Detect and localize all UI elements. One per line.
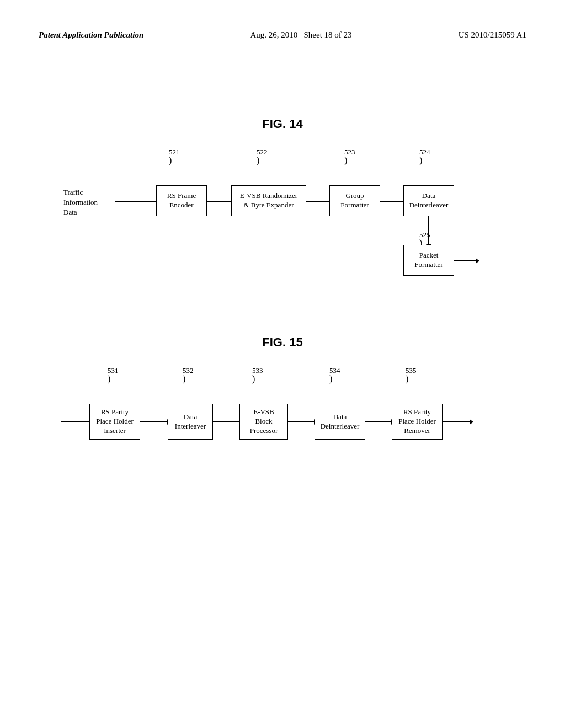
arrow-input-521	[115, 201, 156, 202]
fig15-title: FIG. 15	[33, 335, 532, 350]
box-533: E-VSBBlockProcessor	[239, 404, 288, 440]
arrow-522-523	[306, 201, 329, 202]
box-534: DataDeinterleaver	[315, 404, 365, 440]
box-525: PacketFormatter	[403, 245, 454, 276]
header-left: Patent Application Publication	[39, 30, 143, 40]
arrow-534-535	[365, 421, 392, 422]
header-date: Aug. 26, 2010	[250, 30, 297, 39]
page-header: Patent Application Publication Aug. 26, …	[0, 0, 565, 40]
fig14-title: FIG. 14	[33, 117, 532, 131]
arrow-533-534	[288, 421, 315, 422]
arrow-531-532	[140, 421, 168, 422]
arrow-in-531	[61, 421, 89, 422]
box-532: DataInterleaver	[168, 404, 213, 440]
box-522: E-VSB Randomizer& Byte Expander	[231, 185, 306, 216]
header-sheet: Sheet 18 of 23	[303, 30, 351, 39]
arrow-523-524	[380, 201, 403, 202]
arrow-535-out	[443, 421, 470, 422]
arrow-532-533	[213, 421, 239, 422]
fig14-section: FIG. 14 521 ) 522 ) 523 ) 524 ) TrafficI…	[0, 117, 565, 291]
fig14-input-label: TrafficInformationData	[63, 188, 98, 218]
fig15-diagram: 531 ) 532 ) 533 ) 534 ) 535 ) RS ParityP…	[33, 366, 532, 477]
header-center: Aug. 26, 2010 Sheet 18 of 23	[250, 30, 351, 40]
fig14-diagram: 521 ) 522 ) 523 ) 524 ) TrafficInformati…	[33, 148, 532, 291]
arrow-525-out	[454, 260, 476, 261]
arrow-521-522	[207, 201, 231, 202]
box-535: RS ParityPlace HolderRemover	[392, 404, 443, 440]
box-531: RS ParityPlace HolderInserter	[89, 404, 140, 440]
box-524: DataDeinterleaver	[403, 185, 454, 216]
fig15-section: FIG. 15 531 ) 532 ) 533 ) 534 ) 535 ) RS…	[0, 335, 565, 477]
box-523: GroupFormatter	[329, 185, 380, 216]
header-right: US 2010/215059 A1	[459, 30, 526, 40]
box-521: RS FrameEncoder	[156, 185, 207, 216]
